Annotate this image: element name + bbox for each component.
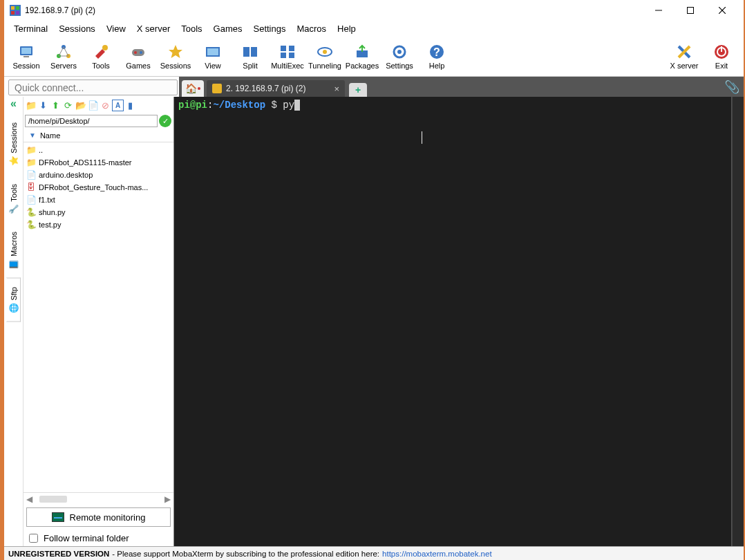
follow-terminal-checkbox[interactable] — [29, 534, 38, 543]
multiexec-icon — [279, 44, 296, 60]
scroll-right-icon[interactable]: ▶ — [164, 494, 171, 504]
maximize-button[interactable] — [675, 0, 706, 21]
hscrollbar[interactable]: ◀ ▶ — [23, 492, 173, 505]
file-row[interactable]: 📁DFRobot_ADS1115-master — [23, 156, 173, 169]
file-row[interactable]: 📄arduino.desktop — [23, 169, 173, 181]
svg-rect-23 — [207, 48, 218, 55]
tb-label: Packages — [346, 62, 379, 70]
scroll-thumb[interactable] — [39, 496, 67, 503]
side-tabs: « ⭐Sessions 🔧Tools 📘Macros 🌐Sftp — [4, 97, 23, 546]
new-tab-button[interactable]: + — [349, 83, 367, 97]
svg-rect-29 — [289, 53, 294, 58]
file-row[interactable]: 📄f1.txt — [23, 194, 173, 206]
menu-tools[interactable]: Tools — [176, 22, 207, 35]
menu-sessions[interactable]: Sessions — [53, 22, 101, 35]
sftp-path-input[interactable] — [25, 115, 158, 127]
terminal-vscrollbar[interactable] — [732, 97, 744, 546]
terminal-tab-label: 2. 192.168.9.7 (pi) (2) — [226, 84, 305, 93]
tb-games[interactable]: Games — [120, 39, 156, 75]
remote-monitoring-button[interactable]: Remote monitoring — [26, 507, 171, 527]
tb-help[interactable]: ?Help — [419, 39, 455, 75]
file-name: test.py — [39, 221, 61, 229]
quick-connect-input[interactable] — [8, 80, 178, 95]
tb-packages[interactable]: Packages — [344, 39, 380, 75]
archive-icon: 🗄 — [26, 183, 36, 192]
new-folder-icon[interactable]: 📂 — [75, 100, 86, 111]
side-tab-sessions[interactable]: ⭐Sessions — [6, 113, 21, 175]
menu-help[interactable]: Help — [332, 22, 361, 35]
home-icon: 🏠 — [185, 83, 197, 94]
file-row[interactable]: 🗄DFRobot_Gesture_Touch-mas... — [23, 181, 173, 194]
tb-sessions[interactable]: Sessions — [158, 39, 194, 75]
toolbar: Session Servers Tools Games Sessions Vie… — [4, 36, 744, 76]
home-tab[interactable]: 🏠 — [182, 80, 204, 97]
tb-label: Games — [126, 62, 150, 70]
text-icon[interactable]: A — [112, 100, 124, 111]
session-icon — [18, 44, 35, 60]
terminal-pane[interactable]: pi@pi:~/Desktop $ py — [174, 97, 732, 546]
status-link[interactable]: https://mobaxterm.mobatek.net — [382, 550, 492, 558]
txt-icon: 📄 — [26, 195, 36, 205]
tab-strip: 🏠 2. 192.168.9.7 (pi) (2) × + 📎 — [179, 77, 744, 97]
delete-icon[interactable]: ⊘ — [100, 100, 111, 111]
menu-view[interactable]: View — [101, 22, 131, 35]
side-tab-sftp[interactable]: 🌐Sftp — [6, 278, 21, 322]
menu-macros[interactable]: Macros — [291, 22, 332, 35]
side-tab-tools[interactable]: 🔧Tools — [6, 175, 21, 223]
menu-games[interactable]: Games — [208, 22, 248, 35]
unregistered-label: UNREGISTERED VERSION — [8, 550, 109, 558]
file-row-up[interactable]: 📁.. — [23, 144, 173, 156]
upload-icon[interactable]: ⬆ — [50, 100, 62, 111]
tab-close-icon[interactable]: × — [334, 84, 339, 94]
quick-connect-row: 🏠 2. 192.168.9.7 (pi) (2) × + 📎 — [4, 76, 744, 97]
sftp-list-header[interactable]: ▼ Name — [23, 129, 173, 142]
window-title: 192.168.9.7 (pi) (2) — [25, 6, 643, 15]
scroll-left-icon[interactable]: ◀ — [26, 494, 32, 504]
menu-terminal[interactable]: Terminal — [8, 22, 53, 35]
tb-tools[interactable]: Tools — [83, 39, 119, 75]
tb-multiexec[interactable]: MultiExec — [270, 39, 305, 75]
side-tab-macros[interactable]: 📘Macros — [6, 223, 21, 278]
help-icon: ? — [428, 44, 445, 60]
download-icon[interactable]: ⬇ — [37, 100, 49, 111]
minimize-button[interactable] — [643, 0, 675, 21]
svg-rect-28 — [281, 53, 286, 58]
tb-tunneling[interactable]: Tunneling — [307, 39, 343, 75]
tb-exit[interactable]: Exit — [704, 39, 739, 75]
tb-view[interactable]: View — [195, 39, 231, 75]
svg-point-31 — [323, 50, 327, 54]
svg-rect-24 — [243, 47, 249, 57]
file-row[interactable]: 🐍shun.py — [23, 206, 173, 218]
sftp-icon: 🌐 — [9, 303, 19, 313]
close-button[interactable] — [706, 0, 738, 21]
tb-servers[interactable]: Servers — [46, 39, 82, 75]
folder-up-icon[interactable]: 📁 — [25, 100, 37, 111]
tb-split[interactable]: Split — [232, 39, 268, 75]
new-file-icon[interactable]: 📄 — [87, 100, 99, 111]
collapse-sidebar-button[interactable]: « — [10, 98, 17, 111]
tb-session[interactable]: Session — [8, 39, 44, 75]
file-name: shun.py — [39, 208, 66, 216]
tb-settings[interactable]: Settings — [381, 39, 417, 75]
file-name: DFRobot_Gesture_Touch-mas... — [39, 183, 148, 192]
terminal-command: py — [283, 100, 294, 111]
tb-xserver[interactable]: X server — [666, 39, 702, 75]
tb-label: Split — [243, 62, 257, 70]
folder-up-icon: 📁 — [26, 145, 36, 155]
prompt-user: pi@pi — [178, 100, 207, 111]
terminal-tab[interactable]: 2. 192.168.9.7 (pi) (2) × — [207, 80, 345, 97]
app-icon — [10, 5, 21, 16]
svg-point-20 — [134, 51, 137, 54]
svg-rect-19 — [132, 49, 144, 56]
file-row[interactable]: 🐍test.py — [23, 218, 173, 231]
file-icon: 📄 — [26, 170, 36, 180]
paperclip-icon[interactable]: 📎 — [724, 80, 739, 95]
menu-settings[interactable]: Settings — [248, 22, 292, 35]
svg-line-15 — [59, 47, 64, 56]
svg-rect-2 — [16, 6, 19, 10]
file-name: f1.txt — [39, 196, 55, 204]
menu-xserver[interactable]: X server — [131, 22, 176, 35]
properties-icon[interactable]: ▮ — [124, 100, 136, 111]
sftp-panel: 📁 ⬇ ⬆ ⟳ 📂 📄 ⊘ A ▮ ✓ ▼ Name 📁.. 📁DFRobot_… — [23, 97, 174, 546]
refresh-icon[interactable]: ⟳ — [62, 100, 74, 111]
